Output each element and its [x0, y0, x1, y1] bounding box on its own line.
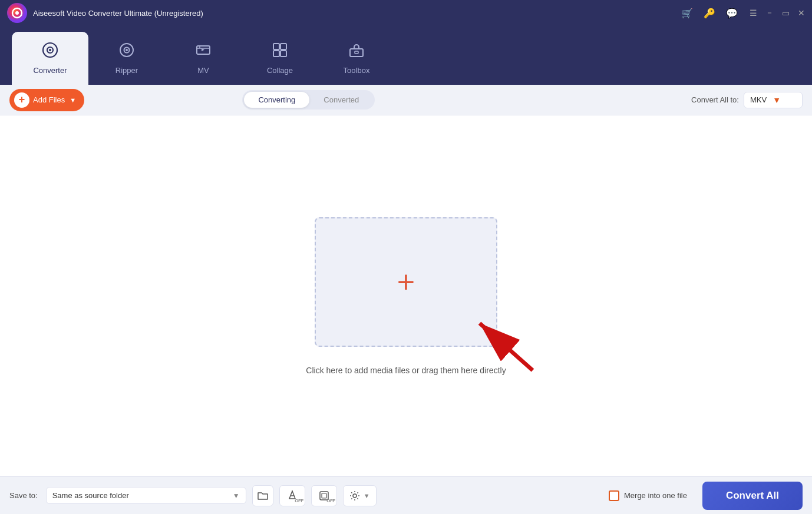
folder-browse-button[interactable] — [252, 485, 273, 506]
settings-dropdown-arrow: ▼ — [364, 492, 370, 499]
nav-tabs: Converter Ripper MV — [0, 26, 812, 85]
tab-toolbox-label: Toolbox — [344, 66, 370, 75]
drop-zone[interactable]: + — [315, 217, 497, 347]
svg-rect-15 — [355, 51, 358, 54]
drop-zone-container: + Click here to add media files or drag … — [0, 115, 812, 476]
hw-off-badge: OFF — [326, 498, 335, 503]
drop-hint: Click here to add media files or drag th… — [306, 366, 506, 375]
add-files-button[interactable]: + Add Files ▼ — [9, 89, 84, 111]
save-path-selector[interactable]: Same as source folder ▼ — [46, 487, 246, 504]
svg-point-5 — [49, 49, 51, 51]
save-path-dropdown-arrow: ▼ — [233, 492, 240, 500]
settings-button[interactable]: ▼ — [343, 485, 377, 506]
convert-all-button[interactable]: Convert All — [702, 482, 803, 510]
svg-rect-14 — [350, 49, 363, 57]
save-to-label: Save to: — [9, 491, 38, 500]
footer: Save to: Same as source folder ▼ OFF OFF — [0, 476, 812, 514]
tab-toolbox[interactable]: Toolbox — [318, 32, 395, 85]
merge-label: Merge into one file — [624, 491, 687, 500]
app-logo — [7, 3, 27, 23]
svg-point-8 — [126, 49, 128, 51]
main-content: + Add Files ▼ Converting Converted Conve… — [0, 85, 812, 514]
maximize-icon[interactable]: ▭ — [782, 8, 790, 18]
convert-all-to-label: Convert All to: — [691, 95, 739, 104]
tab-collage[interactable]: Collage — [242, 32, 318, 85]
converter-icon — [42, 42, 58, 62]
status-tab-converting[interactable]: Converting — [244, 92, 309, 108]
close-icon[interactable]: ✕ — [798, 8, 805, 18]
svg-point-20 — [353, 494, 357, 498]
format-dropdown-arrow: ▼ — [773, 95, 781, 105]
mv-icon — [195, 42, 212, 62]
boost-button[interactable]: OFF — [279, 485, 305, 506]
drop-zone-plus-icon: + — [397, 267, 415, 297]
menu-icon[interactable]: ☰ — [750, 8, 757, 18]
hardware-accel-button[interactable]: OFF — [311, 485, 337, 506]
status-tabs: Converting Converted — [242, 90, 375, 110]
tab-ripper-label: Ripper — [115, 66, 138, 75]
ripper-icon — [118, 42, 135, 62]
format-text: MKV — [750, 95, 767, 104]
add-files-dropdown-arrow[interactable]: ▼ — [70, 97, 76, 104]
tab-collage-label: Collage — [267, 66, 293, 75]
save-path-text: Same as source folder — [52, 491, 229, 500]
boost-off-badge: OFF — [295, 498, 303, 503]
title-bar: Aiseesoft Video Converter Ultimate (Unre… — [0, 0, 812, 26]
add-files-label: Add Files — [33, 95, 65, 104]
gear-icon — [349, 490, 360, 501]
cart-icon[interactable]: 🛒 — [681, 8, 693, 19]
drop-zone-wrapper: + — [315, 217, 497, 347]
svg-rect-12 — [273, 51, 279, 57]
title-bar-icons: 🛒 🔑 💬 — [681, 8, 738, 19]
tab-ripper[interactable]: Ripper — [88, 32, 165, 85]
status-tab-converted[interactable]: Converted — [309, 92, 373, 108]
window-controls: ☰ － ▭ ✕ — [750, 8, 805, 18]
toolbox-icon — [348, 42, 365, 62]
folder-icon — [258, 491, 268, 500]
format-selector[interactable]: MKV ▼ — [744, 92, 803, 108]
app-title: Aiseesoft Video Converter Ultimate (Unre… — [33, 9, 681, 18]
tab-converter[interactable]: Converter — [12, 32, 88, 85]
tab-mv[interactable]: MV — [165, 32, 242, 85]
toolbar: + Add Files ▼ Converting Converted Conve… — [0, 85, 812, 115]
minimize-icon[interactable]: － — [765, 8, 774, 18]
tab-mv-label: MV — [197, 66, 209, 75]
tab-converter-label: Converter — [33, 66, 67, 75]
svg-rect-13 — [280, 51, 286, 57]
merge-checkbox[interactable]: Merge into one file — [609, 490, 687, 501]
key-icon[interactable]: 🔑 — [704, 8, 715, 19]
message-icon[interactable]: 💬 — [726, 8, 738, 19]
svg-rect-19 — [322, 493, 326, 498]
svg-rect-11 — [280, 44, 286, 49]
collage-icon — [272, 42, 288, 62]
plus-circle-icon: + — [14, 92, 29, 108]
merge-checkbox-box — [609, 490, 619, 501]
svg-point-2 — [15, 11, 19, 15]
svg-rect-10 — [273, 44, 279, 49]
